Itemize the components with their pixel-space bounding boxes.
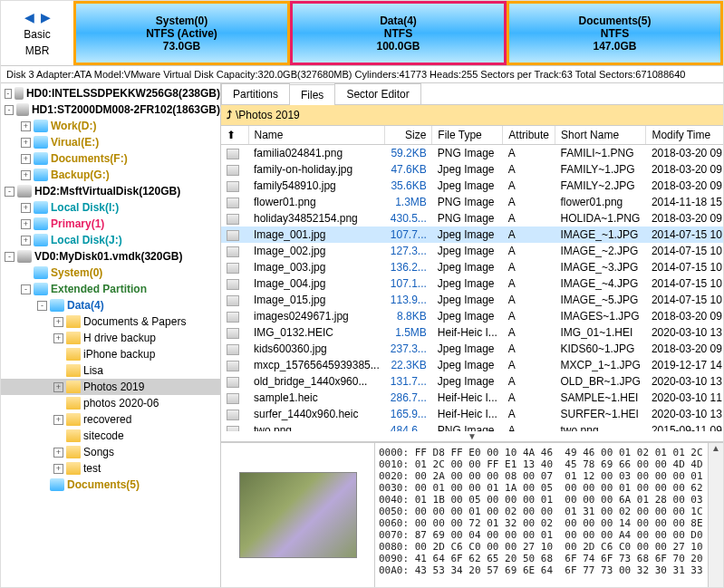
file-row[interactable]: images0249671.jpg8.8KBJpeg ImageAIMAGES~… [221,308,723,324]
file-row[interactable]: Image_002.jpg127.3...Jpeg ImageAIMAGE_~2… [221,243,723,259]
tree-node[interactable]: +test [1,460,220,477]
tree-toggle-icon[interactable]: + [53,464,63,474]
tree-toggle-icon[interactable]: + [53,448,63,458]
tree-node[interactable]: +Primary(1) [1,216,220,232]
tree-node[interactable]: +Virual(E:) [1,134,220,150]
prt-icon [50,299,64,312]
tree-toggle-icon[interactable]: - [5,187,14,197]
hex-preview: 0000: FF D8 FF E0 00 10 4A 46 49 46 00 0… [221,442,723,587]
file-row[interactable]: Image_003.jpg136.2...Jpeg ImageAIMAGE_~3… [221,259,723,275]
file-row[interactable]: family-on-holiday.jpg47.6KBJpeg ImageAFA… [221,161,723,178]
fld-icon [66,397,81,410]
nav-back-icon[interactable]: ◀ [22,10,36,24]
tree-node[interactable]: +Photos 2019 [1,379,220,395]
file-row[interactable]: flower01.png1.3MBPNG ImageAflower01.png2… [221,194,723,210]
tree-node[interactable]: +Local Disk(J:) [1,232,220,248]
tree-toggle-icon[interactable]: + [21,138,31,148]
tab-partitions[interactable]: Partitions [221,83,290,104]
file-row[interactable]: two.png484.6...PNG ImageAtwo.png2015-09-… [221,422,723,431]
col-up[interactable]: ⬆ [221,126,248,145]
tree-node[interactable]: sitecode [1,428,220,444]
file-row[interactable]: mxcp_15765645939385...22.3KBJpeg ImageAM… [221,357,723,373]
prt-icon [34,136,48,149]
tree-toggle-icon[interactable]: - [5,252,14,262]
tree-toggle-icon[interactable]: - [21,284,31,294]
prt-icon [50,478,64,491]
tree-toggle-icon[interactable]: + [21,121,31,131]
tree-toggle-icon[interactable]: + [21,154,31,164]
col-size[interactable]: Size [385,126,432,145]
tree-node[interactable]: -Extended Partition [1,281,220,297]
file-row[interactable]: sample1.heic286.7...Heif-Heic I...ASAMPL… [221,390,723,406]
tree-node[interactable]: +recovered [1,411,220,428]
file-row[interactable]: old_bridge_1440x960...131.7...Jpeg Image… [221,373,723,390]
nav-forward-icon[interactable]: ▶ [38,10,53,24]
path-bar: ⤴ \Photos 2019 [221,105,723,126]
tree-node[interactable]: Documents(5) [1,477,220,493]
splitter-handle[interactable]: ▼ [221,431,723,442]
hex-scrollbar[interactable]: ▲ [708,443,723,587]
partition-block[interactable]: Documents(5)NTFS147.0GB [507,1,723,65]
tree-toggle-icon[interactable]: + [21,203,31,213]
file-icon [227,279,239,290]
col-name[interactable]: Name [248,126,385,145]
file-row[interactable]: familia024841.png59.2KBPNG ImageAFAMILI~… [221,145,723,162]
file-list[interactable]: ⬆ Name Size File Type Attribute Short Na… [221,126,723,431]
col-type[interactable]: File Type [432,126,503,145]
tree-node[interactable]: -Data(4) [1,297,220,313]
tree-node[interactable]: -VD0:MyDisk01.vmdk(320GB) [1,248,220,265]
tree-toggle-icon[interactable]: + [21,170,31,180]
tree-toggle-icon[interactable]: - [37,301,47,311]
hdd-icon [17,250,32,263]
tree-node[interactable]: +Local Disk(I:) [1,199,220,216]
disk-type-basic: Basic [24,28,50,41]
tree-toggle-icon[interactable]: - [5,89,12,99]
tab-sector-editor[interactable]: Sector Editor [334,83,420,104]
current-path: \Photos 2019 [236,109,300,121]
file-row[interactable]: IMG_0132.HEIC1.5MBHeif-Heic I...AIMG_01~… [221,324,723,341]
tree-node[interactable]: +H drive backup [1,330,220,346]
tab-files[interactable]: Files [289,84,335,105]
tree-node[interactable]: +Backup(G:) [1,167,220,183]
tree-node[interactable]: +Songs [1,444,220,460]
prt-icon [34,283,48,295]
col-short[interactable]: Short Name [555,126,646,145]
file-icon [227,328,239,339]
col-attr[interactable]: Attribute [503,126,555,145]
file-icon [227,393,239,404]
tree-node[interactable]: +Documents(F:) [1,150,220,167]
tree-toggle-icon[interactable]: + [53,415,63,425]
tree-node[interactable]: +Documents & Papers [1,313,220,330]
tree-node[interactable]: +Work(D:) [1,118,220,134]
tree-node[interactable]: iPhone backup [1,346,220,362]
fld-icon [66,413,81,426]
file-row[interactable]: surfer_1440x960.heic165.9...Heif-Heic I.… [221,406,723,422]
tree-toggle-icon[interactable]: + [21,236,31,246]
tree-toggle-icon[interactable]: - [5,105,14,115]
fld-icon [66,429,81,442]
tree-toggle-icon[interactable]: + [53,333,63,343]
tree-node[interactable]: Lisa [1,362,220,379]
tree-node[interactable]: -HD2:MsftVirtualDisk(120GB) [1,183,220,199]
tree-node[interactable]: System(0) [1,265,220,281]
file-row[interactable]: Image_004.jpg107.1...Jpeg ImageAIMAGE_~4… [221,275,723,292]
prt-icon [34,152,48,165]
disk-info-bar: Disk 3 Adapter:ATA Model:VMware Virtual … [1,66,723,83]
file-row[interactable]: Image_015.jpg113.9...Jpeg ImageAIMAGE_~5… [221,292,723,308]
file-row[interactable]: family548910.jpg35.6KBJpeg ImageAFAMILY~… [221,178,723,194]
tree-toggle-icon[interactable]: + [53,317,63,327]
tree-node[interactable]: photos 2020-06 [1,395,220,411]
file-row[interactable]: holiday34852154.png430.5...PNG ImageAHOL… [221,210,723,227]
col-mtime[interactable]: Modify Time [646,126,723,145]
file-row[interactable]: Image_001.jpg107.7...Jpeg ImageAIMAGE_~1… [221,227,723,243]
partition-block[interactable]: Data(4)NTFS100.0GB [290,1,507,65]
hex-dump[interactable]: 0000: FF D8 FF E0 00 10 4A 46 49 46 00 0… [375,443,708,587]
tree-toggle-icon[interactable]: + [53,382,63,392]
tree-toggle-icon[interactable]: + [21,219,31,229]
device-tree[interactable]: -HD0:INTELSSDPEKKW256G8(238GB)-HD1:ST200… [1,83,221,587]
tree-node[interactable]: -HD0:INTELSSDPEKKW256G8(238GB) [1,85,220,101]
up-arrow-icon[interactable]: ⤴ [227,109,232,121]
partition-block[interactable]: System(0)NTFS (Active)73.0GB [73,1,290,65]
tree-node[interactable]: -HD1:ST2000DM008-2FR102(1863GB) [1,101,220,118]
file-row[interactable]: kids600360.jpg237.3...Jpeg ImageAKIDS60~… [221,341,723,357]
